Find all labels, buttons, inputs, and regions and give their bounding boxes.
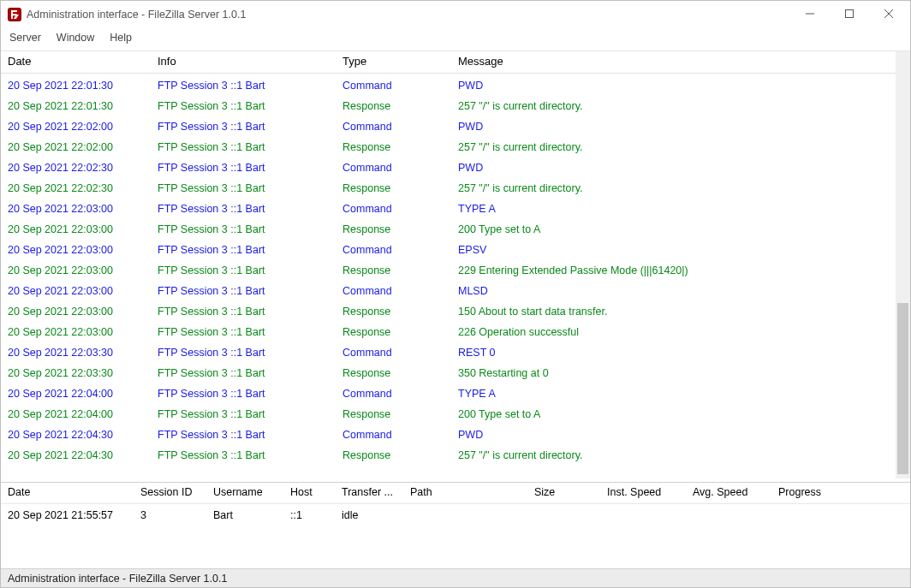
sessions-header-date[interactable]: Date	[8, 486, 140, 498]
sessions-header-sessionid[interactable]: Session ID	[140, 486, 213, 498]
window-title: Administration interface - FileZilla Ser…	[27, 9, 246, 21]
log-cell-info: FTP Session 3 ::1 Bart	[158, 404, 342, 425]
log-row[interactable]: 20 Sep 2021 22:03:30FTP Session 3 ::1 Ba…	[8, 363, 896, 383]
minimize-button[interactable]	[790, 1, 830, 27]
log-scroll-thumb[interactable]	[897, 303, 908, 474]
log-row[interactable]: 20 Sep 2021 22:02:00FTP Session 3 ::1 Ba…	[8, 137, 896, 157]
log-cell-date: 20 Sep 2021 22:03:30	[8, 363, 158, 383]
log-cell-info: FTP Session 3 ::1 Bart	[158, 96, 342, 116]
log-cell-type: Command	[342, 240, 458, 260]
sessions-row[interactable]: 20 Sep 2021 21:55:573Bart::1idle	[8, 506, 910, 525]
log-row[interactable]: 20 Sep 2021 22:03:00FTP Session 3 ::1 Ba…	[8, 301, 896, 322]
log-cell-date: 20 Sep 2021 22:03:00	[8, 281, 158, 301]
log-cell-date: 20 Sep 2021 22:01:30	[8, 96, 158, 116]
log-cell-message: 257 "/" is current directory.	[458, 137, 896, 157]
log-row[interactable]: 20 Sep 2021 22:04:30FTP Session 3 ::1 Ba…	[8, 425, 896, 445]
log-cell-date: 20 Sep 2021 22:03:00	[8, 260, 158, 281]
log-header-row: Date Info Type Message	[1, 51, 896, 74]
log-cell-message: TYPE A	[458, 383, 896, 404]
log-cell-info: FTP Session 3 ::1 Bart	[158, 383, 342, 404]
log-cell-type: Response	[342, 219, 458, 240]
log-row[interactable]: 20 Sep 2021 22:04:00FTP Session 3 ::1 Ba…	[8, 383, 896, 404]
menu-server[interactable]: Server	[8, 30, 43, 45]
log-cell-date: 20 Sep 2021 22:03:00	[8, 301, 158, 322]
log-row[interactable]: 20 Sep 2021 22:04:30FTP Session 3 ::1 Ba…	[8, 445, 896, 466]
log-cell-date: 20 Sep 2021 22:03:00	[8, 240, 158, 260]
sessions-header-size[interactable]: Size	[534, 486, 607, 498]
log-scrollbar[interactable]	[896, 51, 910, 478]
log-row[interactable]: 20 Sep 2021 22:03:00FTP Session 3 ::1 Ba…	[8, 322, 896, 342]
sessions-header-host[interactable]: Host	[290, 486, 342, 498]
log-cell-message: PWD	[458, 425, 896, 445]
log-cell-message: 200 Type set to A	[458, 219, 896, 240]
log-cell-type: Response	[342, 301, 458, 322]
sessions-cell-avg_speed	[693, 506, 778, 525]
close-button[interactable]	[869, 1, 908, 27]
sessions-header-username[interactable]: Username	[213, 486, 290, 498]
log-cell-type: Response	[342, 260, 458, 281]
log-row[interactable]: 20 Sep 2021 22:03:00FTP Session 3 ::1 Ba…	[8, 240, 896, 260]
log-cell-info: FTP Session 3 ::1 Bart	[158, 260, 342, 281]
log-row[interactable]: 20 Sep 2021 22:02:30FTP Session 3 ::1 Ba…	[8, 178, 896, 199]
log-cell-date: 20 Sep 2021 22:02:00	[8, 116, 158, 137]
log-cell-date: 20 Sep 2021 22:03:30	[8, 342, 158, 363]
main-area: Date Info Type Message 20 Sep 2021 22:01…	[1, 51, 910, 568]
menu-help[interactable]: Help	[108, 30, 134, 45]
log-row[interactable]: 20 Sep 2021 22:03:00FTP Session 3 ::1 Ba…	[8, 281, 896, 301]
log-cell-message: PWD	[458, 157, 896, 178]
statusbar-text: Administration interface - FileZilla Ser…	[8, 573, 227, 585]
log-row[interactable]: 20 Sep 2021 22:02:30FTP Session 3 ::1 Ba…	[8, 157, 896, 178]
log-cell-type: Response	[342, 178, 458, 199]
sessions-header-row: Date Session ID Username Host Transfer .…	[1, 483, 910, 504]
log-cell-message: 350 Restarting at 0	[458, 363, 896, 383]
menu-window[interactable]: Window	[55, 30, 96, 45]
window-controls	[790, 1, 908, 28]
log-cell-type: Command	[342, 199, 458, 219]
log-cell-message: 200 Type set to A	[458, 404, 896, 425]
log-cell-date: 20 Sep 2021 22:01:30	[8, 75, 158, 96]
maximize-button[interactable]	[830, 1, 869, 27]
log-cell-date: 20 Sep 2021 22:02:30	[8, 178, 158, 199]
log-row[interactable]: 20 Sep 2021 22:03:00FTP Session 3 ::1 Ba…	[8, 219, 896, 240]
log-row[interactable]: 20 Sep 2021 22:01:30FTP Session 3 ::1 Ba…	[8, 96, 896, 116]
log-cell-info: FTP Session 3 ::1 Bart	[158, 178, 342, 199]
log-cell-type: Command	[342, 157, 458, 178]
log-cell-message: REST 0	[458, 342, 896, 363]
sessions-body[interactable]: 20 Sep 2021 21:55:573Bart::1idle	[1, 504, 910, 526]
log-header-type[interactable]: Type	[342, 55, 458, 68]
log-cell-date: 20 Sep 2021 22:02:30	[8, 157, 158, 178]
statusbar: Administration interface - FileZilla Ser…	[1, 568, 910, 587]
log-row[interactable]: 20 Sep 2021 22:04:00FTP Session 3 ::1 Ba…	[8, 404, 896, 425]
log-header-message[interactable]: Message	[458, 55, 896, 68]
log-cell-message: 150 About to start data transfer.	[458, 301, 896, 322]
log-cell-info: FTP Session 3 ::1 Bart	[158, 116, 342, 137]
sessions-header-avgspeed[interactable]: Avg. Speed	[693, 486, 778, 498]
log-row[interactable]: 20 Sep 2021 22:02:00FTP Session 3 ::1 Ba…	[8, 116, 896, 137]
sessions-cell-host: ::1	[290, 506, 342, 525]
sessions-header-progress[interactable]: Progress	[778, 486, 910, 498]
log-cell-message: TYPE A	[458, 199, 896, 219]
log-row[interactable]: 20 Sep 2021 22:03:30FTP Session 3 ::1 Ba…	[8, 342, 896, 363]
log-cell-type: Command	[342, 342, 458, 363]
sessions-header-transfer[interactable]: Transfer ...	[342, 486, 410, 498]
log-cell-message: PWD	[458, 75, 896, 96]
log-body[interactable]: 20 Sep 2021 22:01:30FTP Session 3 ::1 Ba…	[1, 74, 896, 467]
log-cell-date: 20 Sep 2021 22:04:30	[8, 445, 158, 466]
svg-rect-2	[846, 10, 854, 18]
log-cell-info: FTP Session 3 ::1 Bart	[158, 342, 342, 363]
log-row[interactable]: 20 Sep 2021 22:03:00FTP Session 3 ::1 Ba…	[8, 199, 896, 219]
log-row[interactable]: 20 Sep 2021 22:01:30FTP Session 3 ::1 Ba…	[8, 75, 896, 96]
log-header-info[interactable]: Info	[158, 55, 342, 68]
log-header-date[interactable]: Date	[8, 55, 158, 68]
log-panel: Date Info Type Message 20 Sep 2021 22:01…	[1, 51, 910, 483]
sessions-cell-path	[410, 506, 534, 525]
log-cell-type: Response	[342, 445, 458, 466]
log-cell-info: FTP Session 3 ::1 Bart	[158, 240, 342, 260]
log-cell-type: Command	[342, 75, 458, 96]
sessions-header-path[interactable]: Path	[410, 486, 534, 498]
log-cell-type: Command	[342, 383, 458, 404]
sessions-header-instspeed[interactable]: Inst. Speed	[607, 486, 693, 498]
log-cell-date: 20 Sep 2021 22:03:00	[8, 322, 158, 342]
log-cell-date: 20 Sep 2021 22:03:00	[8, 219, 158, 240]
log-row[interactable]: 20 Sep 2021 22:03:00FTP Session 3 ::1 Ba…	[8, 260, 896, 281]
